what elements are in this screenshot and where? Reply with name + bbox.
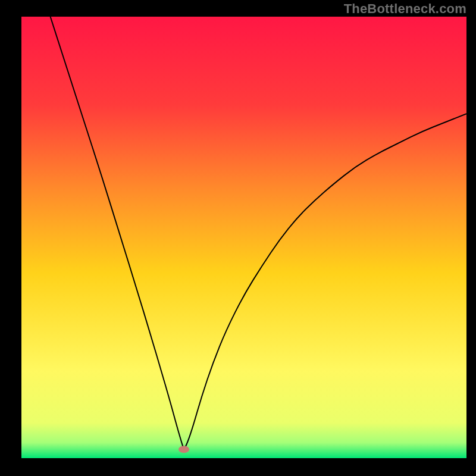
- optimal-point-marker: [178, 446, 189, 453]
- chart-frame: TheBottleneck.com: [0, 0, 476, 476]
- bottleneck-chart: [0, 0, 476, 476]
- plot-background: [21, 17, 466, 458]
